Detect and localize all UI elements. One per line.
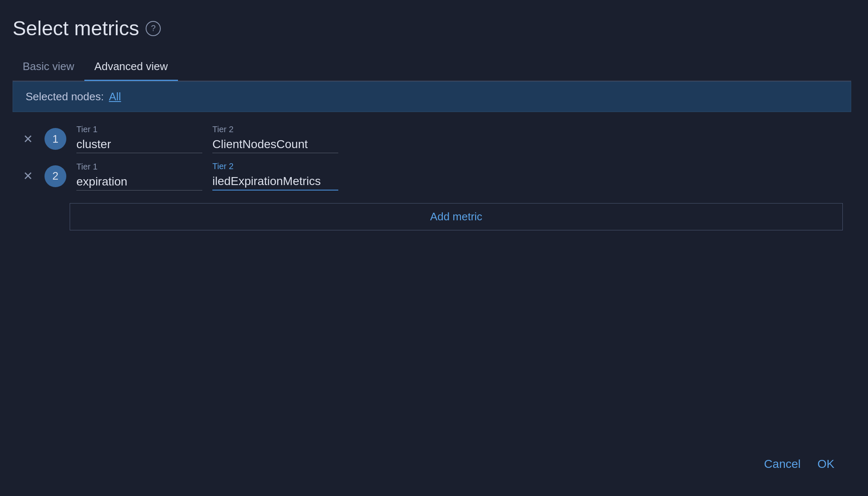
tier1-field-1: Tier 1 bbox=[76, 125, 202, 153]
tier2-field-1: Tier 2 bbox=[212, 125, 338, 153]
selected-nodes-bar: Selected nodes: All bbox=[13, 81, 851, 112]
help-icon[interactable]: ? bbox=[146, 21, 161, 36]
metric-badge-1: 1 bbox=[44, 128, 66, 150]
title-row: Select metrics ? bbox=[13, 17, 851, 40]
tabs-container: Basic view Advanced view bbox=[13, 53, 851, 81]
tier1-input-1[interactable] bbox=[76, 136, 202, 153]
cancel-button[interactable]: Cancel bbox=[764, 457, 800, 471]
tier2-label-2: Tier 2 bbox=[212, 162, 338, 171]
tier2-input-1[interactable] bbox=[212, 136, 338, 153]
remove-metric-2[interactable]: ✕ bbox=[21, 169, 34, 183]
tier1-field-2: Tier 1 bbox=[76, 162, 202, 191]
selected-nodes-value[interactable]: All bbox=[109, 90, 121, 103]
add-metric-button[interactable]: Add metric bbox=[70, 203, 843, 230]
tier2-field-2: Tier 2 bbox=[212, 162, 338, 191]
tier2-label-1: Tier 2 bbox=[212, 125, 338, 134]
tier1-input-2[interactable] bbox=[76, 173, 202, 191]
metrics-container: ✕ 1 Tier 1 Tier 2 ✕ 2 Tier 1 Tier 2 bbox=[13, 112, 851, 243]
ok-button[interactable]: OK bbox=[818, 457, 834, 471]
metric-row-1: ✕ 1 Tier 1 Tier 2 bbox=[21, 125, 843, 153]
metric-row-2: ✕ 2 Tier 1 Tier 2 bbox=[21, 162, 843, 191]
dialog: Select metrics ? Basic view Advanced vie… bbox=[0, 0, 868, 496]
bottom-buttons: Cancel OK bbox=[764, 457, 834, 471]
page-title: Select metrics bbox=[13, 17, 139, 40]
metric-badge-2: 2 bbox=[44, 165, 66, 187]
tier1-label-2: Tier 1 bbox=[76, 162, 202, 172]
tier2-input-2[interactable] bbox=[212, 173, 338, 191]
tab-basic[interactable]: Basic view bbox=[13, 53, 84, 81]
tab-advanced[interactable]: Advanced view bbox=[84, 53, 178, 81]
selected-nodes-label: Selected nodes: bbox=[26, 90, 104, 103]
tier1-label-1: Tier 1 bbox=[76, 125, 202, 134]
remove-metric-1[interactable]: ✕ bbox=[21, 132, 34, 146]
